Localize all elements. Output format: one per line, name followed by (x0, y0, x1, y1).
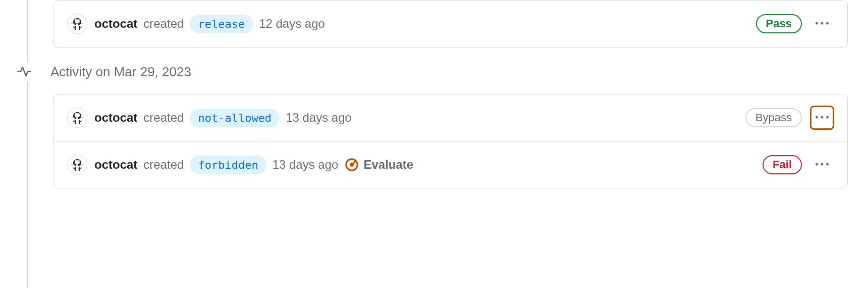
timestamp: 13 days ago (286, 111, 352, 125)
timestamp: 13 days ago (273, 158, 339, 172)
activity-item: octocatcreatednot-allowed13 days agoBypa… (54, 94, 847, 141)
evaluate-label: Evaluate (363, 158, 413, 172)
action-label: created (143, 17, 184, 31)
avatar-octocat-icon (69, 16, 85, 32)
kebab-menu-button[interactable] (810, 153, 834, 177)
avatar[interactable] (67, 108, 87, 128)
activity-day-header: Activity on Mar 29, 2023 (14, 62, 848, 82)
kebab-icon (816, 17, 829, 30)
avatar[interactable] (67, 14, 87, 34)
activity-card-group: octocatcreatednot-allowed13 days agoBypa… (53, 94, 848, 188)
action-label: created (143, 111, 184, 125)
action-label: created (143, 158, 184, 172)
kebab-menu-button[interactable] (810, 12, 834, 36)
activity-item: octocatcreatedforbidden13 days ago Evalu… (54, 141, 847, 188)
kebab-menu-button[interactable] (810, 106, 834, 130)
kebab-icon (816, 111, 829, 124)
status-badge: Pass (756, 14, 802, 33)
activity-description: octocatcreatednot-allowed13 days ago (94, 109, 738, 127)
username-link[interactable]: octocat (94, 17, 137, 31)
username-link[interactable]: octocat (94, 111, 137, 125)
activity-item-actions: Fail (763, 153, 834, 177)
branch-tag[interactable]: not-allowed (190, 109, 280, 127)
kebab-icon (816, 158, 829, 171)
gauge-icon (344, 157, 359, 172)
username-link[interactable]: octocat (94, 158, 137, 172)
activity-card-group: octocatcreatedrelease12 days agoPass (53, 0, 848, 47)
avatar-octocat-icon (69, 157, 85, 173)
pulse-icon (14, 62, 34, 82)
evaluate-badge: Evaluate (344, 157, 413, 172)
svg-rect-1 (71, 23, 83, 24)
pulse-icon (17, 65, 31, 79)
timestamp: 12 days ago (259, 17, 325, 31)
svg-rect-3 (71, 117, 83, 118)
activity-day-label: Activity on Mar 29, 2023 (50, 64, 191, 80)
svg-rect-5 (71, 164, 83, 165)
branch-tag[interactable]: release (190, 15, 253, 33)
avatar-octocat-icon (69, 110, 85, 126)
activity-item: octocatcreatedrelease12 days agoPass (54, 1, 847, 47)
activity-description: octocatcreatedforbidden13 days ago Evalu… (94, 156, 755, 174)
branch-tag[interactable]: forbidden (190, 156, 266, 174)
status-badge: Fail (763, 155, 802, 174)
activity-item-actions: Pass (756, 12, 834, 36)
activity-item-actions: Bypass (745, 106, 834, 130)
activity-description: octocatcreatedrelease12 days ago (94, 15, 749, 33)
status-badge: Bypass (745, 108, 802, 127)
avatar[interactable] (67, 155, 87, 175)
